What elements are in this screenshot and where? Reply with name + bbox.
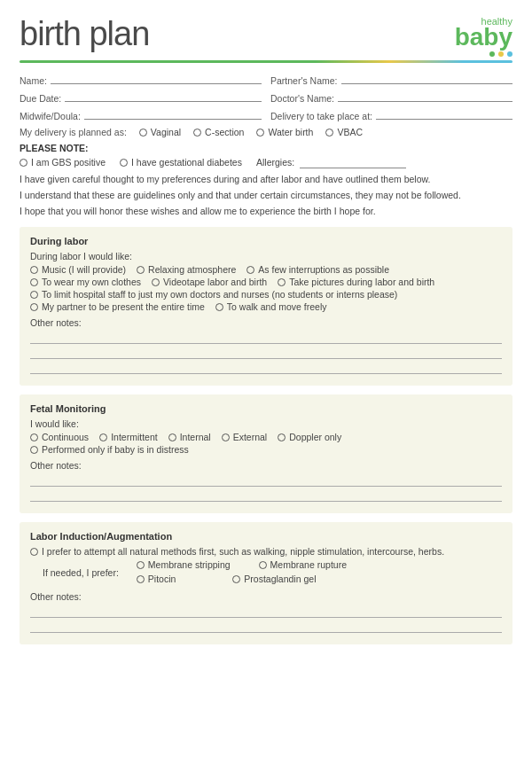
section1-options-row2: To wear my own clothes Videotape labor a… <box>30 277 502 287</box>
option-interruptions: As few interruptions as possible <box>246 264 389 275</box>
prostaglandin-text: Prostaglandin gel <box>244 574 316 584</box>
circle-prostaglandin <box>232 575 240 583</box>
section-during-labor: During labor During labor I would like: … <box>20 227 512 386</box>
music-text: Music (I will provide) <box>42 264 126 275</box>
header-divider <box>20 60 512 63</box>
gestational-text: I have gestational diabetes <box>131 157 242 168</box>
form-grid: Name: Partner's Name: Due Date: Doctor's… <box>20 72 512 121</box>
logo-dots <box>489 51 512 57</box>
partner-present-text: My partner to be present the entire time <box>42 301 205 312</box>
section1-other-notes: Other notes: <box>30 317 502 374</box>
option-continuous: Continuous <box>30 432 89 442</box>
if-needed-label: If needed, I prefer: <box>43 567 119 578</box>
partners-name-label: Partner's Name: <box>270 75 338 86</box>
membrane-rupture-text: Membrane rupture <box>270 559 347 570</box>
section2-other-notes: Other notes: <box>30 460 502 502</box>
allergies-line: Allergies: <box>256 156 406 168</box>
relaxing-text: Relaxing atmosphere <box>148 264 236 275</box>
page: birth plan healthy baby Name: Partner's … <box>0 0 532 765</box>
option-pictures: Take pictures during labor and birth <box>278 277 434 287</box>
option-prostaglandin: Prostaglandin gel <box>232 574 316 584</box>
name-label: Name: <box>20 75 47 86</box>
walk-text: To walk and move freely <box>227 301 327 312</box>
header: birth plan healthy baby <box>20 16 512 57</box>
intermittent-text: Intermittent <box>111 432 158 442</box>
section-induction: Labor Induction/Augmentation I prefer to… <box>20 522 512 644</box>
circle-membrane-rupture <box>259 561 267 569</box>
note-line-5 <box>30 489 502 502</box>
section-fetal-monitoring: Fetal Monitoring I would like: Continuou… <box>20 394 512 513</box>
doctors-name-underline <box>338 90 512 102</box>
circle-gestational <box>120 159 128 167</box>
if-distress-text: Performed only if baby is in distress <box>42 444 189 455</box>
section2-options-row1: Continuous Intermittent Internal Externa… <box>30 432 502 442</box>
section3-other-notes: Other notes: <box>30 591 502 633</box>
please-note-heading: PLEASE NOTE: <box>20 143 512 153</box>
section2-note-lines <box>30 474 502 502</box>
waterbirth-text: Water birth <box>268 127 313 137</box>
option-gbs: I am GBS positive <box>20 157 106 168</box>
continuous-text: Continuous <box>42 432 89 442</box>
dot-blue <box>507 51 512 57</box>
section2-title: Fetal Monitoring <box>30 403 502 414</box>
circle-pictures <box>278 278 286 286</box>
section1-note-lines <box>30 332 502 374</box>
intro-line2: I understand that these are guidelines o… <box>20 188 512 203</box>
due-date-field-row: Due Date: <box>20 90 262 104</box>
circle-waterbirth <box>256 129 264 137</box>
circle-continuous <box>30 433 38 441</box>
dot-green <box>489 51 495 57</box>
section3-other-notes-label: Other notes: <box>30 591 502 602</box>
logo-baby: baby <box>455 25 512 50</box>
section3-note-lines <box>30 605 502 633</box>
circle-intermittent <box>99 433 107 441</box>
vaginal-text: Vaginal <box>151 127 181 137</box>
option-if-distress: Performed only if baby is in distress <box>30 444 189 455</box>
delivery-type-row: My delivery is planned as: Vaginal C-sec… <box>20 127 512 137</box>
option-csection: C-section <box>193 127 244 137</box>
circle-relaxing <box>137 266 145 274</box>
delivery-place-field-row: Delivery to take place at: <box>270 107 512 121</box>
option-pitocin: Pitocin <box>137 574 176 584</box>
option-doppler: Doppler only <box>278 432 341 442</box>
section2-subtitle: I would like: <box>30 418 502 429</box>
note-line-3 <box>30 362 502 374</box>
circle-limit-staff <box>30 291 38 299</box>
option-videotape: Videotape labor and birth <box>152 277 267 287</box>
intro-line1: I have given careful thought to my prefe… <box>20 172 512 187</box>
section3-col-row2: Pitocin Prostaglandin gel <box>137 574 347 584</box>
section3-intro-row: I prefer to attempt all natural methods … <box>30 546 502 557</box>
section1-options-row1: Music (I will provide) Relaxing atmosphe… <box>30 264 502 275</box>
due-date-label: Due Date: <box>20 93 61 104</box>
delivery-place-label: Delivery to take place at: <box>270 111 372 121</box>
own-clothes-text: To wear my own clothes <box>42 277 141 287</box>
section3-title: Labor Induction/Augmentation <box>30 531 502 542</box>
section1-options-row4: My partner to be present the entire time… <box>30 301 502 312</box>
section1-title: During labor <box>30 236 502 246</box>
circle-walk <box>215 303 223 311</box>
circle-own-clothes <box>30 278 38 286</box>
delivery-planned-label: My delivery is planned as: <box>20 127 127 137</box>
option-external: External <box>222 432 268 442</box>
dot-yellow <box>498 51 504 57</box>
option-walk: To walk and move freely <box>215 301 327 312</box>
option-relaxing: Relaxing atmosphere <box>137 264 236 275</box>
midwife-underline <box>84 107 262 120</box>
option-vaginal: Vaginal <box>139 127 181 137</box>
pitocin-text: Pitocin <box>148 574 176 584</box>
section3-col-row1: Membrane stripping Membrane rupture <box>137 559 347 570</box>
partners-name-underline <box>341 72 512 84</box>
circle-membrane-stripping <box>137 561 145 569</box>
vbac-text: VBAC <box>337 127 363 137</box>
circle-vaginal <box>139 129 147 137</box>
section1-options-row3: To limit hospital staff to just my own d… <box>30 289 502 300</box>
note-line-2 <box>30 347 502 359</box>
partners-name-field-row: Partner's Name: <box>270 72 512 86</box>
allergies-underline <box>300 156 406 168</box>
circle-if-distress <box>30 446 38 454</box>
note-line-7 <box>30 621 502 633</box>
option-intermittent: Intermittent <box>99 432 158 442</box>
doctors-name-field-row: Doctor's Name: <box>270 90 512 104</box>
section1-subtitle: During labor I would like: <box>30 251 502 262</box>
due-date-underline <box>65 90 262 102</box>
